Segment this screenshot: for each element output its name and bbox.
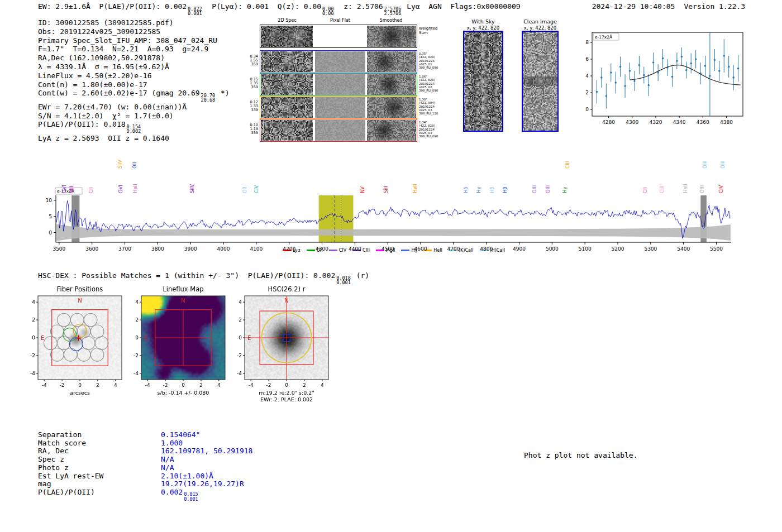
sub-value: 0.001 [184, 497, 198, 502]
fiber-circle [57, 337, 70, 350]
y-tick-label: 5 [49, 214, 52, 219]
y-tick-label: 4 [32, 299, 35, 305]
y-tick-label: 0 [49, 230, 52, 236]
x-tick-label: 5300 [644, 246, 657, 252]
x-tick-label: 4500 [382, 246, 394, 252]
match-value: 19.27(19.26,19.27)R [161, 480, 244, 488]
fiber-weight-value: 359 [245, 63, 258, 66]
y-tick-label: -2 [237, 353, 242, 358]
info-line: LineFlux = 4.50(±2.20)e-16 [38, 71, 230, 80]
emission-line-label: CII [642, 187, 648, 193]
emission-line-label: CIII [565, 161, 570, 169]
x-tick-label: 4 [217, 382, 221, 388]
match-label: Separation [38, 431, 161, 439]
emission-line-label: OIII [532, 185, 537, 193]
emission-line-label: OIII [699, 185, 705, 193]
elixer-report-page: EW: 2.9±1.6Å P(LAE)/P(OII): 0.0020.0220.… [0, 0, 782, 532]
emission-line-label: OII [132, 162, 137, 169]
x-tick-label: 4340 [673, 119, 686, 125]
match-row: Est LyA rest-EW2.10(±1.00)Å [38, 472, 252, 481]
cutout-title: HSC(26.2) r [268, 285, 306, 293]
x-tick-label: 5100 [579, 246, 592, 252]
east-label: E [247, 335, 251, 341]
y-tick-label: -2 [30, 353, 35, 358]
fiber-pixelflat-image [315, 74, 365, 95]
sub-value: 2.5706 [384, 11, 402, 16]
y-tick-label: 2 [135, 317, 139, 323]
y-tick-label: 0 [135, 335, 139, 341]
clean-image-title: Clean Image [517, 18, 563, 25]
with-sky-coords: x, y: 422, 820 [460, 25, 506, 31]
sub-value: 20.68 [201, 98, 216, 103]
fiber-row-left-label: 0.101.19359 [245, 123, 258, 136]
x-tick-label: 4100 [250, 246, 263, 252]
data-point [605, 95, 607, 97]
east-label: E [41, 335, 44, 341]
y-tick-label: 2 [585, 90, 589, 95]
y-tick-label: 4 [239, 299, 242, 305]
info-line: EWr = 7.20(±4.70) (w: 0.00(±nan))Å [38, 103, 230, 112]
x-tick-label: -4 [42, 382, 47, 388]
y-tick-label: 10 [46, 198, 53, 203]
x-tick-label: 3700 [118, 246, 131, 252]
clean-image [523, 32, 557, 131]
fiber-row-left-label: 0.121.33339 [245, 100, 258, 113]
match-label: Est LyA rest-EW [38, 472, 161, 481]
fiber-2dspec-image [261, 120, 313, 141]
match-value: 1.000 [161, 439, 183, 447]
north-label: N [181, 298, 185, 304]
y-tick-label: 0 [239, 335, 242, 341]
x-tick-label: 4300 [626, 119, 638, 125]
emission-line-label: Hγ [476, 187, 481, 193]
info-line: F=1.7" T=0.134 N=2.21 A=0.93 g=24.9 [38, 45, 230, 54]
text-segment: Primary Spec_Slot_IFU_AMP: 308_047_024_R… [38, 36, 217, 45]
x-tick-label: 5400 [677, 246, 690, 252]
data-point [643, 74, 645, 76]
fiber-smoothed-image [367, 120, 416, 141]
detection-info-block: ID: 3090122585 (3090122585.pdf)Obs: 2019… [38, 18, 230, 143]
fiber-circle [64, 348, 77, 362]
cutout-xlabel: s/b: -0.14 +/- 0.080 [158, 390, 209, 396]
x-tick-label: -2 [60, 382, 65, 388]
fiber-weight-value: 359 [245, 85, 258, 89]
emission-line-label: OIII [720, 161, 726, 169]
fiber-pixelflat-image [315, 97, 365, 118]
sup-sub-value: 0.0150.001 [184, 492, 198, 501]
fiber-circle [84, 313, 97, 327]
cutout-xlabel: m:19.2 re:2.0" s:0.2" [259, 390, 314, 396]
weighted-smoothed-image [367, 26, 416, 47]
info-line: Cont(w) = 2.60(±0.02)e-17 (gmag 20.6920.… [38, 89, 230, 103]
data-point [732, 76, 734, 78]
y-tick-label: -4 [237, 371, 242, 376]
y-tick-label: 0 [585, 107, 589, 112]
sup-sub-value: 2.57062.5706 [384, 7, 402, 16]
text-segment: EW: 2.9±1.6Å P(LAE)/P(OII): 0.002 [38, 2, 187, 11]
sup-sub-value: 0.0220.001 [188, 7, 202, 16]
info-line: Cont(n) = 1.80(±0.00)e-17 [38, 80, 230, 89]
emission-line-label: HeII [132, 184, 138, 193]
text-segment: S/N = 4.1(±2.0) χ² = 1.7(±0.0) [38, 112, 174, 120]
info-line: λ = 4339.1Å σ = 16.95(±9.62)Å [38, 63, 230, 71]
emission-line-label: OIII [702, 161, 708, 169]
weighted-2dspec-image [261, 26, 313, 47]
cutout-title: Fiber Positions [57, 285, 103, 293]
photz-note: Phot z plot not available. [524, 451, 638, 459]
x-tick-label: 5000 [546, 246, 559, 252]
fiber-meta-line: 308_RU_090 [419, 89, 452, 92]
match-row: Match score1.000 [38, 439, 252, 448]
fiber-row-right-label: 0.35"(422, 820)20191224v025_01308_RU_090 [419, 52, 452, 69]
match-value: 162.109781, 50.291918 [161, 447, 252, 455]
data-point [718, 70, 720, 71]
fiber-2dspec-image [261, 97, 313, 118]
sup-sub-value: 0.000.00 [322, 7, 333, 16]
emission-line-label: CIII [659, 186, 665, 193]
cutout-xlabel2: EWr: 2. PLAE: 0.002 [260, 396, 313, 402]
text-segment: z: 2.5706 [335, 2, 383, 11]
match-row: RA, Dec162.109781, 50.291918 [38, 447, 252, 456]
x-tick-label: -2 [163, 382, 168, 388]
y-tick-label: 4 [585, 73, 589, 79]
text-segment: Cont(n) = 1.80(±0.00)e-17 [38, 80, 147, 89]
text-segment: ID: 3090122585 (3090122585.pdf) [38, 18, 174, 27]
emission-line-label: HeII [683, 184, 688, 193]
match-row: P(LAE)/P(OII)0.0020.0150.001 [38, 488, 252, 502]
